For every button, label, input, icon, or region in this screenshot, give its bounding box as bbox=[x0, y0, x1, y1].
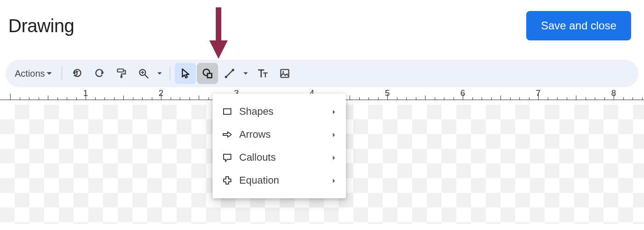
line-dropdown-caret[interactable] bbox=[240, 71, 251, 76]
svg-marker-1 bbox=[209, 40, 228, 59]
shape-icon bbox=[201, 67, 214, 80]
actions-menu-button[interactable]: Actions bbox=[10, 66, 57, 82]
caret-down-icon bbox=[46, 70, 52, 77]
dialog-header: Drawing Save and close bbox=[0, 0, 644, 51]
svg-rect-5 bbox=[120, 75, 122, 78]
svg-rect-4 bbox=[117, 69, 123, 72]
caret-down-icon bbox=[243, 71, 248, 76]
actions-label: Actions bbox=[15, 68, 45, 79]
text-icon bbox=[257, 67, 269, 79]
redo-button[interactable] bbox=[89, 63, 110, 84]
line-icon bbox=[224, 67, 236, 79]
menu-item-label: Shapes bbox=[239, 106, 331, 118]
submenu-arrow-icon bbox=[331, 129, 337, 140]
plus-icon bbox=[222, 175, 239, 186]
menu-item-equation[interactable]: Equation bbox=[213, 169, 346, 192]
redo-icon bbox=[93, 67, 105, 79]
callout-icon bbox=[222, 152, 239, 163]
submenu-arrow-icon bbox=[331, 151, 337, 163]
svg-line-7 bbox=[145, 75, 148, 78]
image-button[interactable] bbox=[274, 63, 295, 84]
cursor-icon bbox=[179, 67, 191, 79]
submenu-arrow-icon bbox=[331, 174, 337, 186]
undo-icon bbox=[71, 67, 83, 79]
menu-item-label: Callouts bbox=[239, 151, 331, 163]
paint-format-button[interactable] bbox=[111, 63, 132, 84]
toolbar: Actions bbox=[6, 60, 638, 87]
submenu-arrow-icon bbox=[331, 106, 337, 118]
save-and-close-button[interactable]: Save and close bbox=[526, 11, 631, 40]
select-tool-button[interactable] bbox=[175, 63, 196, 84]
toolbar-separator bbox=[170, 67, 170, 80]
zoom-dropdown-caret[interactable] bbox=[154, 71, 165, 76]
image-icon bbox=[279, 67, 291, 79]
line-tool-button[interactable] bbox=[219, 63, 240, 84]
menu-item-label: Arrows bbox=[239, 129, 331, 140]
rectangle-icon bbox=[222, 106, 239, 117]
menu-item-shapes[interactable]: Shapes bbox=[213, 100, 346, 123]
svg-rect-14 bbox=[281, 69, 288, 77]
zoom-icon bbox=[138, 67, 150, 79]
menu-item-arrows[interactable]: Arrows bbox=[213, 123, 346, 146]
svg-point-15 bbox=[282, 71, 284, 73]
arrow-right-icon bbox=[222, 129, 239, 140]
paint-roller-icon bbox=[115, 67, 127, 79]
svg-line-11 bbox=[226, 70, 233, 77]
text-box-button[interactable] bbox=[252, 63, 273, 84]
shape-dropdown-menu: Shapes Arrows Callouts Equation bbox=[213, 94, 346, 198]
menu-item-label: Equation bbox=[239, 174, 331, 186]
undo-button[interactable] bbox=[67, 63, 88, 84]
svg-point-13 bbox=[231, 69, 234, 71]
caret-down-icon bbox=[157, 71, 162, 76]
shape-tool-button[interactable] bbox=[197, 63, 218, 84]
dialog-title: Drawing bbox=[8, 16, 74, 36]
toolbar-separator bbox=[62, 67, 62, 80]
svg-rect-16 bbox=[224, 109, 231, 114]
zoom-button[interactable] bbox=[133, 63, 154, 84]
menu-item-callouts[interactable]: Callouts bbox=[213, 146, 346, 169]
svg-point-12 bbox=[224, 76, 227, 78]
annotation-arrow-icon bbox=[205, 5, 232, 60]
